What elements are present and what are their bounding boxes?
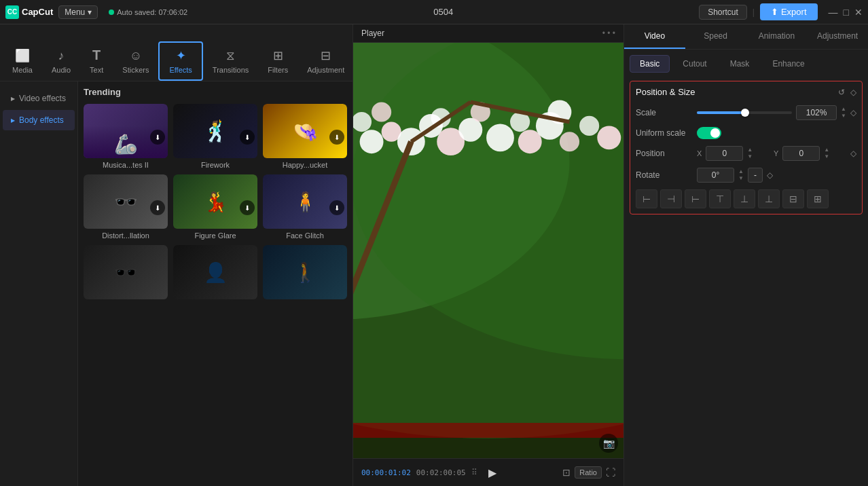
toggle-thumb [710, 128, 720, 138]
x-input[interactable]: 0 [706, 146, 743, 161]
maximize-button[interactable]: □ [844, 7, 849, 18]
y-label: Y [774, 149, 778, 157]
shortcut-button[interactable]: Shortcut [699, 5, 747, 20]
player-options-button[interactable]: • • • [602, 29, 615, 38]
position-y-group: Y 0 ▲ ▼ [774, 146, 846, 161]
uniform-scale-row: Uniform scale [636, 127, 856, 139]
effects-icon: ✦ [176, 48, 186, 63]
tab-text[interactable]: T Text [80, 42, 113, 81]
scale-up[interactable]: ▲ [841, 106, 846, 113]
effect-thumb-9: 🚶 [263, 245, 347, 299]
x-up[interactable]: ▲ [747, 147, 753, 153]
download-btn-1[interactable]: ⬇ [150, 130, 165, 145]
svg-point-18 [560, 132, 579, 151]
menu-button[interactable]: Menu ▾ [58, 5, 98, 19]
tab-transitions[interactable]: ⧖ Transitions [203, 43, 258, 81]
rotate-down[interactable]: ▼ [738, 175, 744, 182]
align-bottom-button[interactable]: ⊥ [758, 189, 780, 208]
align-right-button[interactable]: ⊢ [685, 189, 706, 208]
effect-card-2[interactable]: 🕺 ⬇ Firework [173, 104, 257, 169]
progress-menu[interactable]: ⠿ [471, 468, 477, 477]
ratio-button[interactable]: Ratio [575, 466, 602, 479]
subtab-mask[interactable]: Mask [720, 55, 760, 73]
player-bottom-bar [353, 423, 623, 438]
y-down[interactable]: ▼ [824, 153, 829, 160]
download-btn-5[interactable]: ⬇ [240, 200, 255, 215]
tab-animation[interactable]: Animation [746, 24, 808, 49]
align-center-v-button[interactable]: ⊥ [734, 189, 755, 208]
y-input[interactable]: 0 [782, 146, 820, 161]
download-btn-3[interactable]: ⬇ [329, 130, 344, 145]
flip-button[interactable]: - [748, 168, 763, 183]
section-header: Position & Size ↺ ◇ [636, 87, 856, 97]
player-controls: 00:00:01:02 00:02:00:05 ⠿ ▶ ⊡ Ratio ⛶ [353, 458, 623, 486]
x-label: X [697, 149, 702, 157]
play-button[interactable]: ▶ [483, 463, 502, 482]
effect-thumb-1: 🦾 ⬇ [84, 104, 168, 158]
player-title: Player [361, 29, 602, 38]
download-btn-6[interactable]: ⬇ [329, 200, 344, 215]
effect-thumb-5: 💃 ⬇ [173, 174, 257, 229]
scale-slider-thumb[interactable] [741, 109, 749, 117]
tab-stickers[interactable]: ☺ Stickers [113, 43, 158, 81]
close-button[interactable]: ✕ [854, 7, 863, 18]
svg-point-8 [372, 102, 391, 122]
scale-diamond[interactable]: ◇ [850, 108, 856, 117]
camera-button[interactable]: 📷 [599, 434, 618, 453]
distribute-h-button[interactable]: ⊟ [782, 189, 804, 208]
effect-card-6[interactable]: 🧍 ⬇ Face Glitch [263, 174, 347, 240]
subtab-cutout[interactable]: Cutout [672, 55, 717, 73]
transitions-icon: ⧖ [226, 49, 235, 63]
diamond-icon[interactable]: ◇ [850, 88, 856, 97]
sidebar: Video effects Body effects [0, 81, 78, 486]
player-panel: Player • • • [353, 24, 623, 486]
rotate-up[interactable]: ▲ [738, 168, 744, 175]
x-down[interactable]: ▼ [747, 153, 753, 160]
sidebar-item-body-effects[interactable]: Body effects [3, 110, 75, 130]
tab-effects[interactable]: ✦ Effects [158, 41, 202, 81]
effect-name-4: Distort...llation [84, 231, 168, 240]
tab-video[interactable]: Video [624, 24, 685, 49]
reset-icon[interactable]: ↺ [838, 88, 845, 97]
fullscreen-button[interactable]: ⛶ [606, 467, 615, 478]
download-btn-4[interactable]: ⬇ [150, 200, 165, 215]
svg-point-14 [486, 124, 514, 151]
align-center-h-button[interactable]: ⊣ [660, 189, 682, 208]
align-top-button[interactable]: ⊤ [709, 189, 731, 208]
position-x-group: X 0 ▲ ▼ [697, 146, 770, 161]
rotate-value[interactable]: 0° [697, 168, 734, 183]
download-btn-2[interactable]: ⬇ [240, 130, 255, 145]
tab-adjustment-right[interactable]: Adjustment [807, 24, 868, 49]
effect-card-3[interactable]: 👒 ⬇ Happy...ucket [263, 104, 347, 169]
uniform-scale-toggle[interactable] [697, 127, 721, 139]
effect-thumb-3: 👒 ⬇ [263, 104, 347, 158]
subtab-enhance[interactable]: Enhance [762, 55, 814, 73]
svg-point-4 [360, 130, 384, 153]
effect-card-7[interactable]: 🕶️ [84, 245, 168, 302]
effect-card-9[interactable]: 🚶 [263, 245, 347, 302]
tab-adjustment-label: Adjustment [307, 66, 344, 74]
tab-audio[interactable]: ♪ Audio [42, 43, 80, 81]
position-diamond[interactable]: ◇ [850, 149, 856, 158]
effect-card-5[interactable]: 💃 ⬇ Figure Glare [173, 174, 257, 240]
rotate-diamond[interactable]: ◇ [767, 170, 773, 180]
subtab-basic[interactable]: Basic [630, 55, 670, 73]
tab-adjustment[interactable]: ⊟ Adjustment [297, 43, 354, 81]
export-button[interactable]: ⬆ Export [760, 3, 818, 20]
scale-slider[interactable] [697, 111, 792, 114]
effect-card-1[interactable]: 🦾 ⬇ Musica...tes II [84, 104, 168, 169]
effect-card-4[interactable]: 🕶️ ⬇ Distort...llation [84, 174, 168, 240]
y-up[interactable]: ▲ [824, 147, 829, 153]
minimize-button[interactable]: — [829, 7, 838, 18]
scale-value[interactable]: 102% [796, 105, 837, 120]
effect-card-8[interactable]: 👤 [173, 245, 257, 302]
fit-screen-button[interactable]: ⊡ [562, 467, 571, 478]
sidebar-item-video-effects[interactable]: Video effects [3, 88, 75, 109]
effect-thumb-4: 🕶️ ⬇ [84, 174, 168, 229]
tab-speed[interactable]: Speed [685, 24, 746, 49]
tab-filters[interactable]: ⊞ Filters [258, 43, 297, 81]
tab-media[interactable]: ⬜ Media [3, 43, 42, 81]
distribute-v-button[interactable]: ⊞ [807, 189, 829, 208]
align-left-button[interactable]: ⊢ [636, 189, 657, 208]
scale-down[interactable]: ▼ [841, 113, 846, 119]
